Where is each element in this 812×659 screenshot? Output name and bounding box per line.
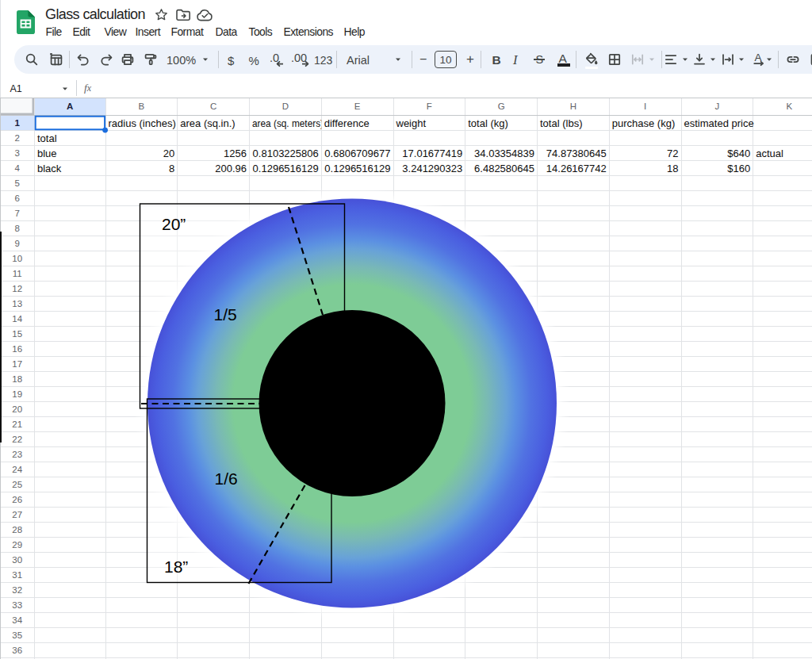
svg-text:10: 10: [12, 254, 22, 263]
svg-text:11: 11: [13, 269, 22, 278]
svg-text:200.96: 200.96: [215, 163, 247, 174]
svg-text:33: 33: [12, 600, 22, 610]
svg-text:17.01677419: 17.01677419: [402, 148, 462, 159]
svg-text:25: 25: [12, 480, 22, 489]
svg-text:9: 9: [15, 239, 20, 248]
svg-text:weight: weight: [396, 117, 427, 129]
svg-text:estimated price: estimated price: [684, 117, 754, 129]
svg-text:26: 26: [12, 495, 22, 504]
svg-text:14: 14: [12, 314, 22, 324]
svg-text:black: black: [37, 163, 62, 174]
svg-text:area (sq.in.): area (sq.in.): [180, 117, 235, 129]
svg-text:20: 20: [12, 404, 22, 414]
svg-text:23: 23: [12, 450, 22, 459]
svg-text:A: A: [67, 102, 73, 111]
svg-text:20: 20: [163, 148, 174, 159]
svg-text:7: 7: [15, 209, 20, 218]
svg-text:34.03354839: 34.03354839: [474, 148, 534, 159]
svg-text:20”: 20”: [162, 215, 186, 233]
svg-text:19: 19: [12, 389, 22, 399]
svg-text:18: 18: [12, 374, 22, 384]
svg-text:$640: $640: [727, 148, 750, 159]
svg-text:1/6: 1/6: [215, 469, 238, 488]
svg-text:$160: $160: [727, 163, 750, 174]
svg-text:0.1296516129: 0.1296516129: [324, 163, 390, 174]
svg-text:H: H: [570, 102, 576, 111]
svg-text:1256: 1256: [224, 148, 247, 159]
svg-text:blue: blue: [37, 148, 57, 159]
svg-text:total (lbs): total (lbs): [540, 117, 582, 129]
svg-text:B: B: [139, 102, 145, 111]
svg-text:28: 28: [12, 525, 22, 534]
svg-text:4: 4: [15, 163, 21, 173]
svg-text:22: 22: [12, 435, 22, 444]
svg-text:13: 13: [12, 299, 22, 308]
svg-text:F: F: [427, 102, 432, 111]
svg-text:18: 18: [667, 163, 678, 174]
svg-text:radius (inches): radius (inches): [109, 117, 176, 129]
svg-text:5: 5: [15, 178, 20, 188]
svg-text:8: 8: [169, 163, 174, 174]
svg-text:purchase (kg): purchase (kg): [612, 117, 675, 129]
svg-text:E: E: [354, 102, 361, 111]
svg-text:K: K: [787, 102, 793, 111]
svg-text:35: 35: [12, 630, 22, 640]
svg-text:actual: actual: [756, 148, 783, 159]
svg-text:0.8103225806: 0.8103225806: [253, 148, 319, 159]
svg-text:D: D: [282, 102, 289, 111]
svg-text:G: G: [498, 102, 505, 111]
svg-text:12: 12: [12, 284, 22, 293]
svg-text:32: 32: [12, 585, 22, 595]
svg-text:0.1296516129: 0.1296516129: [253, 163, 319, 174]
svg-text:0.6806709677: 0.6806709677: [324, 148, 390, 159]
svg-text:I: I: [644, 102, 646, 111]
svg-text:total (kg): total (kg): [468, 117, 508, 129]
svg-text:C: C: [210, 102, 216, 111]
svg-text:2: 2: [15, 133, 20, 143]
svg-text:17: 17: [12, 359, 22, 369]
svg-text:16: 16: [12, 344, 22, 354]
svg-text:1/5: 1/5: [214, 305, 237, 324]
svg-text:31: 31: [12, 570, 22, 580]
svg-text:29: 29: [12, 540, 22, 550]
svg-text:total: total: [37, 132, 57, 144]
svg-text:24: 24: [12, 465, 22, 474]
svg-text:difference: difference: [324, 117, 370, 129]
svg-text:21: 21: [12, 420, 22, 429]
svg-text:36: 36: [12, 646, 22, 655]
svg-text:34: 34: [12, 615, 22, 625]
svg-text:27: 27: [12, 510, 22, 519]
svg-text:area (sq. meters): area (sq. meters): [252, 117, 324, 129]
svg-text:72: 72: [667, 148, 678, 159]
svg-text:3: 3: [15, 148, 20, 158]
svg-text:14.26167742: 14.26167742: [546, 163, 607, 174]
svg-text:1: 1: [15, 118, 21, 128]
svg-text:6: 6: [15, 193, 20, 203]
svg-text:30: 30: [12, 555, 22, 565]
svg-text:18”: 18”: [164, 557, 188, 576]
svg-text:3.241290323: 3.241290323: [402, 163, 462, 174]
svg-text:15: 15: [12, 329, 22, 339]
svg-text:J: J: [715, 102, 720, 111]
svg-text:6.482580645: 6.482580645: [474, 163, 534, 174]
svg-text:8: 8: [15, 224, 20, 233]
svg-text:74.87380645: 74.87380645: [546, 148, 607, 159]
